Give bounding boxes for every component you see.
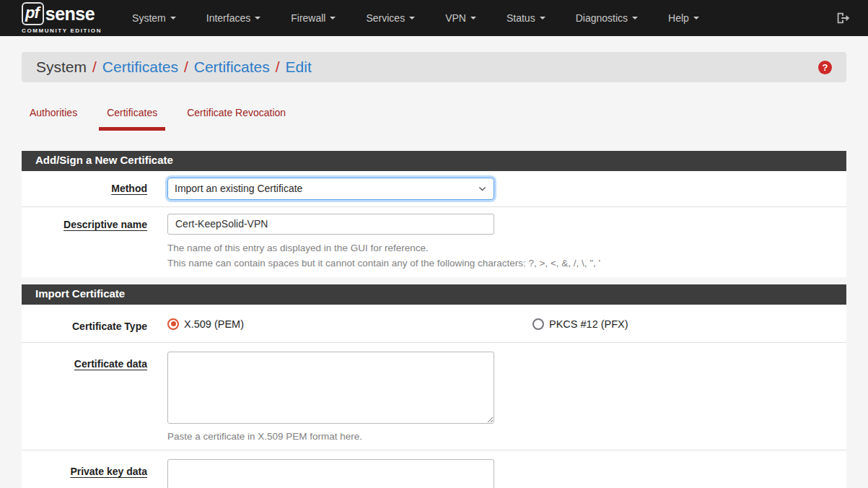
nav-item-firewall[interactable]: Firewall	[281, 1, 346, 35]
certificate-type-label: Certificate Type	[72, 321, 147, 332]
breadcrumb-separator: /	[184, 58, 188, 76]
caret-down-icon	[693, 17, 699, 19]
tab-bar: Authorities Certificates Certificate Rev…	[22, 101, 846, 131]
descriptive-name-input[interactable]	[167, 214, 494, 235]
nav-item-services[interactable]: Services	[356, 1, 425, 35]
descriptive-name-help-1: The name of this entry as displayed in t…	[167, 241, 832, 256]
logout-button[interactable]	[830, 6, 855, 30]
nav-item-interfaces[interactable]: Interfaces	[196, 1, 271, 35]
nav-item-diagnostics[interactable]: Diagnostics	[566, 1, 648, 35]
caret-down-icon	[632, 17, 638, 19]
logo-pf-text: pf	[25, 4, 39, 22]
radio-pkcs12-pfx[interactable]: PKCS #12 (PFX)	[532, 318, 628, 330]
form-row-private-key-data: Private key data	[22, 450, 846, 488]
pf-logo-box: pf	[22, 2, 44, 25]
panel-add-sign-certificate: Add/Sign a New Certificate Method Import…	[22, 151, 846, 277]
breadcrumb-system: System	[36, 58, 87, 76]
panel-import-certificate: Import Certificate Certificate Type X.50…	[22, 284, 846, 488]
private-key-data-label: Private key data	[70, 466, 147, 477]
method-label: Method	[111, 183, 147, 194]
certificate-data-textarea[interactable]	[167, 352, 494, 424]
pfsense-logo[interactable]: pf sense COMMUNITY EDITION	[22, 2, 102, 34]
logo-subtitle: COMMUNITY EDITION	[22, 27, 102, 34]
private-key-data-textarea[interactable]	[167, 459, 494, 488]
caret-down-icon	[170, 17, 176, 19]
certificate-data-label: Certificate data	[74, 358, 147, 370]
nav-item-vpn[interactable]: VPN	[435, 1, 486, 35]
top-navbar: pf sense COMMUNITY EDITION System Interf…	[0, 0, 868, 36]
descriptive-name-help-2: This name can contain spaces but it cann…	[167, 256, 832, 271]
form-row-descriptive-name: Descriptive name The name of this entry …	[22, 207, 846, 277]
tab-authorities[interactable]: Authorities	[22, 101, 85, 131]
radio-unselected-icon	[532, 318, 544, 330]
radio-selected-icon	[167, 318, 179, 330]
breadcrumb: System / Certificates / Certificates / E…	[22, 52, 846, 82]
sign-out-icon	[835, 10, 851, 26]
main-menu: System Interfaces Firewall Services VPN …	[112, 1, 709, 35]
caret-down-icon	[330, 17, 336, 19]
form-row-method: Method Import an existing Certificate	[22, 171, 846, 207]
breadcrumb-link-certificates-2[interactable]: Certificates	[194, 58, 270, 76]
method-select[interactable]: Import an existing Certificate	[167, 178, 494, 200]
nav-item-help[interactable]: Help	[658, 1, 709, 35]
form-row-certificate-data: Certificate data Paste a certificate in …	[22, 343, 846, 451]
logo-sense-text: sense	[45, 4, 95, 25]
caret-down-icon	[540, 17, 545, 19]
descriptive-name-label: Descriptive name	[63, 219, 147, 230]
tab-certificates[interactable]: Certificates	[99, 101, 165, 131]
caret-down-icon	[409, 17, 415, 19]
caret-down-icon	[470, 17, 476, 19]
breadcrumb-link-edit[interactable]: Edit	[286, 58, 312, 76]
nav-item-status[interactable]: Status	[496, 1, 556, 35]
breadcrumb-separator: /	[276, 58, 280, 76]
help-icon[interactable]: ?	[818, 61, 832, 74]
breadcrumb-link-certificates[interactable]: Certificates	[102, 58, 178, 76]
breadcrumb-separator: /	[92, 58, 97, 76]
nav-item-system[interactable]: System	[122, 1, 186, 35]
panel-title: Add/Sign a New Certificate	[22, 151, 846, 171]
radio-x509-pem[interactable]: X.509 (PEM)	[167, 318, 532, 330]
form-row-certificate-type: Certificate Type X.509 (PEM) PKCS #12 (P…	[22, 305, 846, 343]
panel-title: Import Certificate	[22, 284, 846, 305]
tab-certificate-revocation[interactable]: Certificate Revocation	[179, 101, 294, 131]
caret-down-icon	[255, 17, 260, 19]
certificate-data-help: Paste a certificate in X.509 PEM format …	[167, 430, 832, 444]
